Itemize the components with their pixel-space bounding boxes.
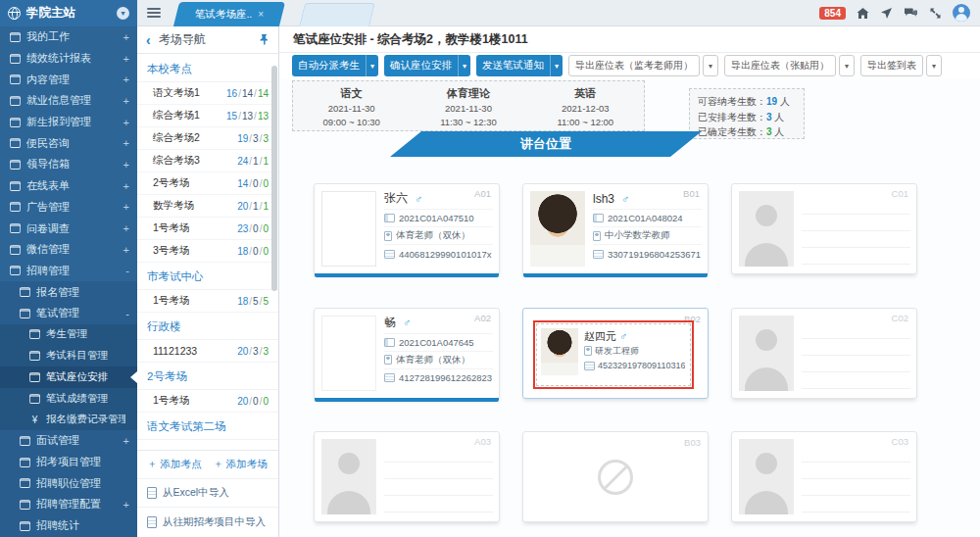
scrollbar[interactable] <box>271 66 277 291</box>
room-item[interactable]: 1号考场 23/0/0 <box>137 218 278 240</box>
empty-seat-card[interactable]: C02 <box>731 308 917 399</box>
action-button[interactable]: 确认座位安排 ▾ <box>384 55 470 76</box>
add-room-button[interactable]: ＋ 添加考场 <box>213 458 267 471</box>
candidate-name: 张六 <box>384 190 408 207</box>
sidebar-item[interactable]: 内容管理 + <box>0 69 137 90</box>
subject-schedule: 语文 2021-11-30 09:00 ~ 10:30 体育理论 2021-11… <box>292 80 645 131</box>
sidebar-item[interactable]: 招聘统计 <box>0 515 137 537</box>
chart-icon <box>10 54 21 64</box>
empty-seat-card[interactable]: C01 <box>731 183 917 274</box>
monitor-icon <box>10 32 21 42</box>
import-excel-button[interactable]: 从Excel中导入 <box>163 486 229 500</box>
pin-icon[interactable] <box>258 33 270 47</box>
room-item[interactable]: 11121233 20/3/3 <box>137 340 278 363</box>
chat-icon[interactable] <box>904 7 918 20</box>
disabled-seat-icon <box>598 460 633 495</box>
empty-avatar <box>739 191 794 267</box>
sidebar-item[interactable]: 新生报到管理 + <box>0 112 137 133</box>
notification-badge[interactable]: 854 <box>819 7 846 20</box>
job-icon <box>384 355 392 365</box>
sidebar-item[interactable]: 在线表单 + <box>0 175 137 197</box>
sidebar-item[interactable]: 领导信箱 + <box>0 154 137 175</box>
room-counts: 18/5/5 <box>237 296 269 307</box>
back-icon[interactable]: ‹ <box>146 33 151 47</box>
chevron-down-icon[interactable]: ▾ <box>550 55 563 76</box>
sidebar-item[interactable]: 广告管理 + <box>0 197 137 219</box>
close-icon[interactable]: × <box>258 9 264 20</box>
sidebar-item[interactable]: 报名管理 <box>0 281 137 303</box>
room-item[interactable]: 2号考场 14/0/0 <box>137 172 278 195</box>
sidebar-item[interactable]: 招聘职位管理 <box>0 472 137 494</box>
export-button[interactable]: 导出座位表（监考老师用） ▾ <box>568 55 718 76</box>
seat-card[interactable]: A01 张六♂ 2021C01A047510 体育老师（双休） 44068129… <box>314 183 500 274</box>
sidebar-item[interactable]: 我的工作 + <box>0 26 137 48</box>
empty-seat-card[interactable]: C03 <box>731 431 917 522</box>
room-counts: 15/13/13 <box>226 111 269 122</box>
room-item[interactable]: 1号考场 18/5/5 <box>137 290 278 313</box>
seat-card[interactable]: A02 畅♂ 2021C01A047645 体育老师（双休） 412728199… <box>314 308 500 399</box>
seat-code: B01 <box>683 188 700 199</box>
seat-card[interactable]: B01 lsh3♂ 2021C01A048024 中小学数学教师 3307191… <box>522 183 709 274</box>
idcard-icon <box>584 362 595 370</box>
sidebar-item[interactable]: 微信管理 + <box>0 239 137 261</box>
room-item[interactable]: 综合考场2 19/3/3 <box>137 127 278 150</box>
brand-header[interactable]: 学院主站 ▾ <box>0 0 137 26</box>
sidebar-item[interactable]: 招聘管理配置 + <box>0 494 137 515</box>
chevron-down-icon[interactable]: ▾ <box>703 55 718 76</box>
briefcase-icon <box>10 96 21 106</box>
form-icon <box>10 181 21 191</box>
content-icon <box>10 74 21 84</box>
drop-target-seat-card[interactable]: B02 赵四元♂ 研发工程师 452329197809110316 <box>522 308 709 399</box>
drag-preview[interactable]: 赵四元♂ 研发工程师 452329197809110316 <box>533 320 694 389</box>
import-previous-button[interactable]: 从往期招考项目中导入 <box>163 515 266 529</box>
id-number: 44068129990101017x <box>399 249 492 260</box>
male-icon: ♂ <box>415 193 422 205</box>
action-button[interactable]: 自动分派考生 ▾ <box>292 55 378 76</box>
room-item[interactable]: 语文考场1 16/14/14 <box>137 82 278 105</box>
tab-exam-seating[interactable]: 笔试考场座.. × <box>173 2 285 26</box>
empty-avatar <box>739 316 794 391</box>
chevron-down-icon[interactable]: ▾ <box>117 7 129 20</box>
room-item[interactable]: 3号考场 18/0/0 <box>137 240 278 263</box>
user-avatar[interactable] <box>953 4 970 22</box>
add-site-button[interactable]: ＋ 添加考点 <box>147 458 201 471</box>
sidebar-item[interactable]: 笔试成绩管理 <box>0 388 137 410</box>
job-title: 研发工程师 <box>595 344 639 359</box>
sidebar-item[interactable]: 招聘管理 - <box>0 261 137 282</box>
sidebar-item[interactable]: 问卷调查 + <box>0 218 137 239</box>
sidebar-item[interactable]: 考生管理 <box>0 324 137 346</box>
room-item[interactable]: 1号考场 20/0/0 <box>137 390 278 413</box>
exam-number: 2021C01A047510 <box>399 213 474 223</box>
chevron-down-icon[interactable]: ▾ <box>926 55 942 76</box>
room-counts: 14/0/0 <box>237 178 269 189</box>
send-icon[interactable] <box>880 7 893 20</box>
mail-icon <box>10 138 21 148</box>
room-item[interactable]: 综合考场3 24/1/1 <box>137 150 278 172</box>
exam-number: 2021C01A048024 <box>608 213 683 223</box>
seat-code: A01 <box>474 188 491 199</box>
room-item[interactable]: 数学考场 20/1/1 <box>137 195 278 218</box>
room-counts: 20/3/3 <box>237 346 269 357</box>
candidate-name: 赵四元 <box>584 330 616 342</box>
export-button[interactable]: 导出签到表 ▾ <box>860 55 942 76</box>
chevron-down-icon[interactable]: ▾ <box>839 55 855 76</box>
sidebar-item[interactable]: 招考项目管理 <box>0 452 137 473</box>
chevron-down-icon[interactable]: ▾ <box>458 55 470 76</box>
sidebar-item[interactable]: 报名缴费记录管理 <box>0 409 137 430</box>
action-button[interactable]: 发送笔试通知 ▾ <box>476 55 563 76</box>
export-button[interactable]: 导出座位表（张贴用） ▾ <box>724 55 855 76</box>
sidebar-item[interactable]: 面试管理 + <box>0 430 137 452</box>
sidebar-item[interactable]: 便民咨询 + <box>0 132 137 154</box>
globe-icon <box>8 7 21 20</box>
menu-collapse-icon[interactable] <box>147 8 161 19</box>
sidebar-item[interactable]: 就业信息管理 + <box>0 90 137 112</box>
sidebar-item[interactable]: 考试科目管理 <box>0 345 137 366</box>
sidebar-item[interactable]: 笔试管理 - <box>0 303 137 324</box>
sidebar-item[interactable]: 绩效统计报表 + <box>0 48 137 70</box>
home-icon[interactable] <box>857 7 869 20</box>
expand-icon[interactable] <box>929 7 942 20</box>
chevron-down-icon[interactable]: ▾ <box>366 55 378 76</box>
empty-seat-card[interactable]: A03 <box>314 431 500 522</box>
room-item[interactable]: 综合考场1 15/13/13 <box>137 105 278 127</box>
sidebar-item[interactable]: 笔试座位安排 <box>0 366 137 388</box>
